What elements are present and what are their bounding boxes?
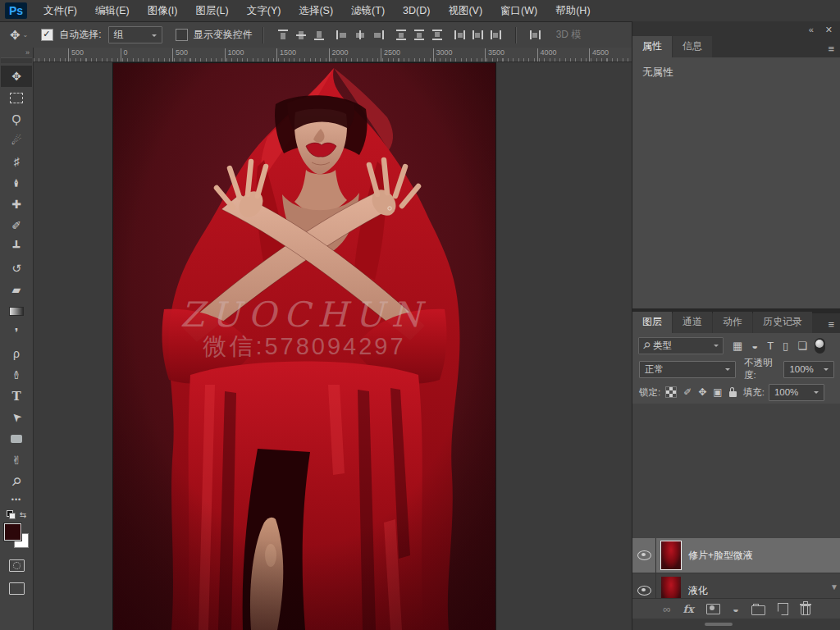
foreground-swatch[interactable] xyxy=(4,523,21,541)
layers-list[interactable]: 修片+脸型微液液化 ▼ xyxy=(632,404,840,598)
menu-item[interactable]: 窗口(W) xyxy=(491,1,546,21)
menu-item[interactable]: 帮助(H) xyxy=(546,1,599,21)
move-tool[interactable]: ✥ xyxy=(1,66,32,87)
menu-item[interactable]: 文件(F) xyxy=(34,1,86,21)
opacity-dropdown[interactable]: 100% xyxy=(783,361,834,378)
align-bottom-icon[interactable] xyxy=(313,30,325,40)
path-selection-tool[interactable]: ➤ xyxy=(1,407,32,428)
layer-row[interactable]: 液化 xyxy=(632,573,840,598)
layers-panel-menu-icon[interactable]: ≡ xyxy=(828,318,834,331)
auto-select-checkbox[interactable] xyxy=(41,29,53,41)
quick-mask-button[interactable] xyxy=(9,559,25,572)
tab-属性[interactable]: 属性 xyxy=(632,36,672,57)
tab-历史记录[interactable]: 历史记录 xyxy=(753,312,812,333)
link-layers-button[interactable]: ∞ xyxy=(663,604,670,614)
align-left-icon[interactable] xyxy=(336,30,348,40)
default-colors-icon[interactable] xyxy=(7,510,16,519)
scrollbar-thumb[interactable] xyxy=(705,623,733,626)
new-layer-button[interactable] xyxy=(778,603,788,615)
type-filter-icon[interactable]: T xyxy=(767,340,774,351)
layer-row[interactable]: 修片+脸型微液 xyxy=(632,538,840,573)
menu-item[interactable]: 视图(V) xyxy=(439,1,491,21)
menu-item[interactable]: 图层(L) xyxy=(186,1,237,21)
zoom-tool[interactable]: ⚲ xyxy=(1,471,32,492)
type-tool[interactable]: T xyxy=(1,386,32,407)
menu-item[interactable]: 编辑(E) xyxy=(86,1,139,21)
toolbar-collapse-icon[interactable]: » xyxy=(25,48,30,57)
scroll-down-icon[interactable]: ▼ xyxy=(830,582,838,591)
layer-thumbnail[interactable] xyxy=(661,541,681,569)
layer-visibility-toggle[interactable] xyxy=(632,573,656,598)
tool-preset-chevron-icon[interactable]: ⌄ xyxy=(23,31,29,39)
lock-image-pixels-icon[interactable]: ✐ xyxy=(683,386,692,398)
screen-mode-button[interactable] xyxy=(9,582,25,595)
lock-position-icon[interactable]: ✥ xyxy=(698,386,706,398)
lasso-tool[interactable]: Ϙ xyxy=(1,108,32,130)
blend-mode-dropdown[interactable]: 正常 xyxy=(639,361,736,378)
tab-图层[interactable]: 图层 xyxy=(632,312,672,333)
crop-tool[interactable]: ♯ xyxy=(1,151,32,172)
horizontal-ruler[interactable]: 500050010001500200025003000350040004500 xyxy=(34,48,632,62)
auto-select-dropdown[interactable]: 组 xyxy=(108,26,162,43)
align-right-icon[interactable] xyxy=(372,30,384,40)
align-top-icon[interactable] xyxy=(277,30,289,40)
lock-transparent-pixels-icon[interactable] xyxy=(665,386,677,398)
dist-left-icon[interactable] xyxy=(454,30,466,40)
tab-信息[interactable]: 信息 xyxy=(673,36,712,57)
filter-toggle-switch[interactable] xyxy=(815,338,825,354)
dodge-tool[interactable]: ρ xyxy=(1,343,32,364)
align-middle-icon[interactable] xyxy=(295,30,307,40)
shape-tool[interactable] xyxy=(1,428,32,450)
pen-tool[interactable]: ✑ xyxy=(1,364,32,386)
dist-right-icon[interactable] xyxy=(491,30,502,40)
smart-object-filter-icon[interactable]: ❏ xyxy=(797,340,807,351)
toolbar-grip[interactable] xyxy=(1,57,32,63)
quick-selection-tool[interactable]: ☄ xyxy=(1,130,32,151)
pixel-filter-icon[interactable]: ▦ xyxy=(733,340,742,351)
layer-filter-dropdown[interactable]: ⚲ 类型 xyxy=(638,337,724,354)
brush-tool[interactable]: ✐ xyxy=(1,215,32,236)
menu-item[interactable]: 滤镜(T) xyxy=(342,1,394,21)
swap-colors-icon[interactable]: ⇆ xyxy=(20,510,26,519)
layer-thumbnail[interactable] xyxy=(661,577,681,598)
blur-tool[interactable]: ❜ xyxy=(1,322,32,343)
layer-visibility-toggle[interactable] xyxy=(632,538,656,573)
show-transform-checkbox[interactable] xyxy=(176,29,188,41)
history-brush-tool[interactable]: ↺ xyxy=(1,258,32,279)
new-group-button[interactable] xyxy=(751,603,765,615)
add-layer-mask-button[interactable] xyxy=(706,604,720,614)
menu-item[interactable]: 选择(S) xyxy=(290,1,342,21)
document-canvas[interactable]: ZUOCHUN 微信:578094297 xyxy=(113,63,495,630)
marquee-tool[interactable] xyxy=(1,87,32,108)
collapse-panels-icon[interactable]: « xyxy=(809,25,814,34)
dist-top-icon[interactable] xyxy=(395,30,407,40)
eraser-tool[interactable]: ▰ xyxy=(1,279,32,300)
dist-center-icon[interactable] xyxy=(472,30,484,40)
gradient-tool[interactable] xyxy=(1,300,32,322)
healing-brush-tool[interactable]: ✚ xyxy=(1,194,32,215)
layer-style-button[interactable]: fx xyxy=(683,604,694,614)
shape-filter-icon[interactable]: ▯ xyxy=(783,340,788,351)
hand-tool[interactable]: ✌ xyxy=(1,450,32,471)
properties-panel-menu-icon[interactable]: ≡ xyxy=(828,43,834,55)
menu-item[interactable]: 3D(D) xyxy=(394,1,439,21)
adjustment-filter-icon[interactable]: ◒ xyxy=(751,340,758,351)
layers-scrollbar[interactable] xyxy=(632,619,840,630)
close-panel-icon[interactable]: ✕ xyxy=(825,25,833,34)
edit-toolbar-button[interactable]: ••• xyxy=(11,495,21,504)
eyedropper-tool[interactable]: ✒ xyxy=(1,172,32,194)
lock-all-icon[interactable] xyxy=(729,391,737,397)
clone-stamp-tool[interactable]: ┻ xyxy=(1,236,32,258)
dist-bottom-icon[interactable] xyxy=(431,30,443,40)
distribute-spacing-icon[interactable] xyxy=(530,30,541,40)
align-center-icon[interactable] xyxy=(354,30,366,40)
menu-item[interactable]: 文字(Y) xyxy=(238,1,290,21)
tab-动作[interactable]: 动作 xyxy=(713,312,752,333)
tab-通道[interactable]: 通道 xyxy=(673,312,712,333)
fill-dropdown[interactable]: 100% xyxy=(769,384,824,401)
delete-layer-button[interactable] xyxy=(801,602,810,615)
menu-item[interactable]: 图像(I) xyxy=(139,1,187,21)
dist-middle-icon[interactable] xyxy=(413,30,425,40)
new-adjustment-layer-button[interactable]: ◒ xyxy=(733,604,739,614)
lock-artboard-icon[interactable]: ▣ xyxy=(713,386,722,398)
